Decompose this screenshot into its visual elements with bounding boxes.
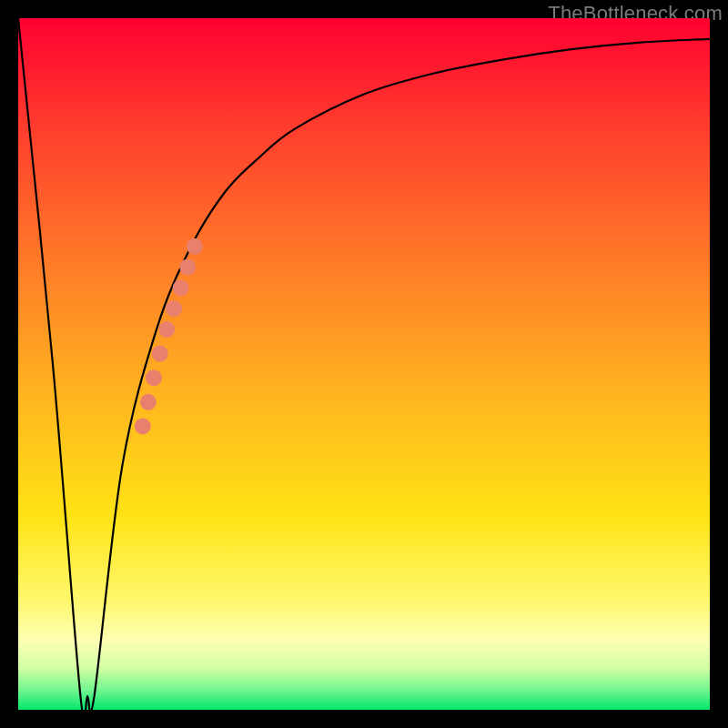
- highlight-dot: [166, 300, 182, 317]
- highlight-dot: [152, 346, 168, 362]
- highlight-dot: [187, 238, 203, 255]
- highlight-dot: [173, 279, 189, 296]
- highlight-dots-group: [135, 238, 203, 435]
- chart-container: TheBottleneck.com: [0, 0, 728, 728]
- plot-area: [18, 18, 710, 710]
- highlight-dot: [158, 321, 175, 338]
- highlight-dot: [135, 418, 151, 434]
- curve-svg: [18, 18, 710, 710]
- highlight-dot: [179, 259, 196, 276]
- highlight-dot: [146, 369, 162, 386]
- highlight-dot: [140, 394, 157, 410]
- main-curve: [18, 18, 710, 710]
